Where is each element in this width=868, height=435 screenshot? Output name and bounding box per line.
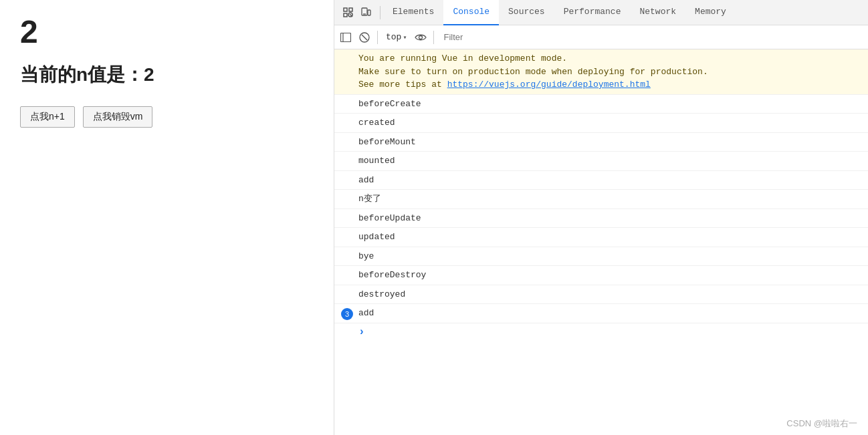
vue-warning-message: You are running Vue in development mode.… — [334, 49, 868, 95]
svg-rect-5 — [368, 10, 370, 15]
log-text: destroyed — [358, 289, 405, 299]
left-panel: 2 当前的n值是：2 点我n+1 点我销毁vm — [0, 0, 334, 435]
log-created: created — [334, 114, 868, 133]
button-group: 点我n+1 点我销毁vm — [20, 106, 314, 128]
console-toolbar: top ▾ — [334, 25, 868, 49]
log-beforeCreate: beforeCreate — [334, 95, 868, 114]
tab-elements[interactable]: Elements — [383, 0, 443, 25]
current-value-label: 当前的n值是：2 — [20, 62, 314, 88]
svg-rect-2 — [349, 8, 352, 11]
log-text: add — [358, 308, 374, 318]
svg-rect-1 — [344, 13, 347, 17]
log-text: beforeMount — [358, 137, 416, 147]
toolbar-separator-2 — [433, 31, 434, 44]
log-text: mounted — [358, 156, 395, 166]
device-icon[interactable] — [358, 5, 373, 20]
context-label: top — [386, 32, 401, 42]
inspect-icon[interactable] — [341, 5, 356, 20]
sidebar-toggle-icon[interactable] — [338, 30, 353, 45]
log-add-badge: 3 add — [334, 304, 868, 323]
tab-bar: Elements Console Sources Performance Net… — [334, 0, 868, 25]
log-text: created — [358, 118, 395, 128]
log-beforeMount: beforeMount — [334, 133, 868, 152]
increment-button[interactable]: 点我n+1 — [20, 106, 75, 128]
svg-rect-0 — [344, 8, 347, 11]
tab-separator — [380, 6, 381, 19]
tab-bar-icons — [337, 5, 377, 20]
log-destroyed: destroyed — [334, 285, 868, 305]
csdn-watermark: CSDN @啦啦右一 — [786, 418, 857, 430]
vue-warning-text: You are running Vue in development mode.… — [358, 53, 708, 90]
log-text: beforeUpdate — [358, 213, 421, 223]
svg-rect-7 — [341, 33, 351, 41]
vue-deployment-link[interactable]: https://vuejs.org/guide/deployment.html — [447, 80, 651, 90]
log-beforeDestroy: beforeDestroy — [334, 266, 868, 285]
current-n-value: 2 — [144, 64, 154, 85]
log-text: updated — [358, 232, 395, 242]
repeat-badge: 3 — [341, 308, 353, 320]
log-text: n变了 — [358, 194, 381, 204]
context-selector[interactable]: top ▾ — [383, 31, 409, 43]
log-add: add — [334, 171, 868, 190]
tab-performance[interactable]: Performance — [554, 0, 631, 25]
big-number: 2 — [20, 13, 314, 50]
eye-icon[interactable] — [413, 30, 428, 45]
console-prompt[interactable]: › — [334, 323, 868, 341]
current-label: 当前的n值是： — [20, 64, 144, 85]
console-content: You are running Vue in development mode.… — [334, 49, 868, 435]
tab-network[interactable]: Network — [630, 0, 685, 25]
clear-console-icon[interactable] — [357, 30, 372, 45]
tab-memory[interactable]: Memory — [685, 0, 736, 25]
log-text: beforeCreate — [358, 99, 421, 109]
log-updated: updated — [334, 228, 868, 247]
log-text: beforeDestroy — [358, 270, 426, 280]
tab-sources[interactable]: Sources — [499, 0, 554, 25]
svg-line-10 — [362, 35, 367, 40]
log-beforeUpdate: beforeUpdate — [334, 209, 868, 229]
tab-console[interactable]: Console — [443, 0, 499, 25]
devtools-panel: Elements Console Sources Performance Net… — [334, 0, 868, 435]
log-mounted: mounted — [334, 152, 868, 171]
log-text: add — [358, 175, 374, 185]
destroy-button[interactable]: 点我销毁vm — [83, 106, 153, 128]
log-text: bye — [358, 251, 374, 261]
svg-point-11 — [419, 35, 423, 39]
log-bye: bye — [334, 247, 868, 267]
chevron-down-icon: ▾ — [403, 33, 407, 41]
toolbar-separator — [377, 31, 378, 44]
log-nchanged: n变了 — [334, 190, 868, 209]
filter-input[interactable] — [439, 30, 864, 45]
prompt-caret: › — [358, 326, 365, 338]
